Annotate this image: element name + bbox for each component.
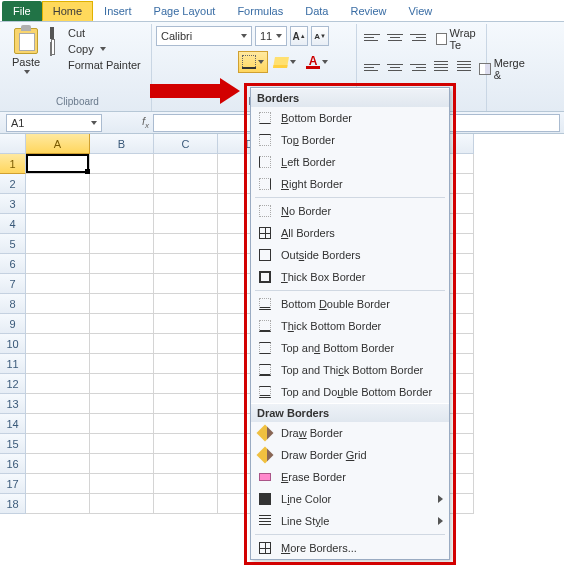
row-header-3[interactable]: 3	[0, 194, 26, 214]
border-menu-outside[interactable]: Outside Borders	[251, 244, 449, 266]
column-header-a[interactable]: A	[26, 134, 90, 154]
row-header-1[interactable]: 1	[0, 154, 26, 174]
align-bottom-button[interactable]	[407, 26, 429, 48]
row-header-5[interactable]: 5	[0, 234, 26, 254]
border-menu-drawgrid[interactable]: Draw Border Grid	[251, 444, 449, 466]
tab-review[interactable]: Review	[339, 1, 397, 21]
tab-formulas[interactable]: Formulas	[226, 1, 294, 21]
font-color-button[interactable]: A	[302, 51, 332, 73]
tab-file[interactable]: File	[2, 1, 42, 21]
border-menu-erase[interactable]: Erase Border	[251, 466, 449, 488]
cell-b14[interactable]	[90, 414, 154, 434]
cell-a3[interactable]	[26, 194, 90, 214]
selected-cell-a1[interactable]	[26, 154, 89, 173]
cell-c2[interactable]	[154, 174, 218, 194]
select-all-corner[interactable]	[0, 134, 26, 154]
row-header-12[interactable]: 12	[0, 374, 26, 394]
cell-c5[interactable]	[154, 234, 218, 254]
cell-b3[interactable]	[90, 194, 154, 214]
cell-c15[interactable]	[154, 434, 218, 454]
column-header-b[interactable]: B	[90, 134, 154, 154]
cell-c3[interactable]	[154, 194, 218, 214]
cell-c4[interactable]	[154, 214, 218, 234]
cell-b10[interactable]	[90, 334, 154, 354]
row-header-2[interactable]: 2	[0, 174, 26, 194]
tab-home[interactable]: Home	[42, 1, 93, 21]
border-menu-topbottom[interactable]: Top and Bottom Border	[251, 337, 449, 359]
cell-a18[interactable]	[26, 494, 90, 514]
font-name-combo[interactable]: Calibri	[156, 26, 252, 46]
border-menu-thickbottom[interactable]: Thick Bottom Border	[251, 315, 449, 337]
border-menu-right[interactable]: Right Border	[251, 173, 449, 195]
format-painter-button[interactable]: Format Painter	[48, 58, 143, 72]
row-header-9[interactable]: 9	[0, 314, 26, 334]
cell-c13[interactable]	[154, 394, 218, 414]
row-header-15[interactable]: 15	[0, 434, 26, 454]
row-header-16[interactable]: 16	[0, 454, 26, 474]
cell-b11[interactable]	[90, 354, 154, 374]
increase-font-button[interactable]: A▲	[290, 26, 308, 46]
cell-c10[interactable]	[154, 334, 218, 354]
border-menu-draw[interactable]: Draw Border	[251, 422, 449, 444]
cell-b2[interactable]	[90, 174, 154, 194]
row-header-17[interactable]: 17	[0, 474, 26, 494]
cell-a9[interactable]	[26, 314, 90, 334]
border-menu-linestyle[interactable]: Line Style	[251, 510, 449, 532]
row-header-11[interactable]: 11	[0, 354, 26, 374]
align-middle-button[interactable]	[384, 26, 406, 48]
cell-c6[interactable]	[154, 254, 218, 274]
fill-color-button[interactable]	[270, 51, 300, 73]
cell-a5[interactable]	[26, 234, 90, 254]
increase-indent-button[interactable]	[453, 56, 475, 78]
row-header-14[interactable]: 14	[0, 414, 26, 434]
merge-center-button[interactable]: Merge &	[476, 56, 530, 82]
border-menu-none[interactable]: No Border	[251, 200, 449, 222]
cell-a4[interactable]	[26, 214, 90, 234]
cell-b15[interactable]	[90, 434, 154, 454]
decrease-indent-button[interactable]	[430, 56, 452, 78]
cell-b5[interactable]	[90, 234, 154, 254]
cell-b9[interactable]	[90, 314, 154, 334]
cell-a16[interactable]	[26, 454, 90, 474]
border-menu-more[interactable]: More Borders...	[251, 537, 449, 559]
row-header-13[interactable]: 13	[0, 394, 26, 414]
decrease-font-button[interactable]: A▼	[311, 26, 329, 46]
cell-c16[interactable]	[154, 454, 218, 474]
cell-b16[interactable]	[90, 454, 154, 474]
border-menu-linecolor[interactable]: Line Color	[251, 488, 449, 510]
copy-button[interactable]: Copy	[48, 42, 143, 56]
cell-a10[interactable]	[26, 334, 90, 354]
column-header-c[interactable]: C	[154, 134, 218, 154]
cell-b18[interactable]	[90, 494, 154, 514]
border-menu-top[interactable]: Top Border	[251, 129, 449, 151]
border-menu-bottom[interactable]: Bottom Border	[251, 107, 449, 129]
row-header-6[interactable]: 6	[0, 254, 26, 274]
row-header-7[interactable]: 7	[0, 274, 26, 294]
cell-a15[interactable]	[26, 434, 90, 454]
border-menu-thickbox[interactable]: Thick Box Border	[251, 266, 449, 288]
row-header-4[interactable]: 4	[0, 214, 26, 234]
cell-c12[interactable]	[154, 374, 218, 394]
cell-a6[interactable]	[26, 254, 90, 274]
borders-button[interactable]	[238, 51, 268, 73]
cell-a14[interactable]	[26, 414, 90, 434]
border-menu-bottomdouble[interactable]: Bottom Double Border	[251, 293, 449, 315]
cell-a11[interactable]	[26, 354, 90, 374]
fx-icon[interactable]: fx	[142, 115, 149, 130]
cell-b17[interactable]	[90, 474, 154, 494]
cell-a2[interactable]	[26, 174, 90, 194]
border-menu-topdoublebottom[interactable]: Top and Double Bottom Border	[251, 381, 449, 403]
cell-b4[interactable]	[90, 214, 154, 234]
cell-c17[interactable]	[154, 474, 218, 494]
border-menu-left[interactable]: Left Border	[251, 151, 449, 173]
paste-button[interactable]: Paste	[8, 26, 44, 74]
cell-b1[interactable]	[90, 154, 154, 174]
cell-c9[interactable]	[154, 314, 218, 334]
row-header-10[interactable]: 10	[0, 334, 26, 354]
cell-b8[interactable]	[90, 294, 154, 314]
tab-page-layout[interactable]: Page Layout	[143, 1, 227, 21]
cell-b7[interactable]	[90, 274, 154, 294]
cell-a12[interactable]	[26, 374, 90, 394]
cell-c11[interactable]	[154, 354, 218, 374]
align-top-button[interactable]	[361, 26, 383, 48]
